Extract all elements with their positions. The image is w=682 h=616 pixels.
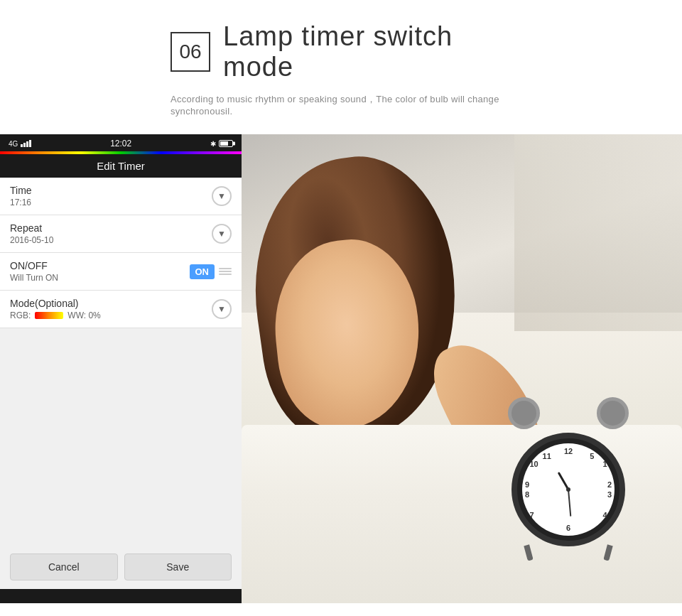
- clock-leg-right: [603, 544, 612, 561]
- repeat-label: Repeat: [10, 222, 212, 234]
- clock-leg-left: [524, 544, 533, 561]
- page-title: Lamp timer switch mode: [223, 21, 512, 82]
- clock-center: [566, 487, 570, 492]
- time-row[interactable]: Time 17:16 ▼: [0, 178, 242, 215]
- repeat-dropdown-btn[interactable]: ▼: [212, 224, 232, 244]
- clock-body: 12 1 2 3 4 6 7 8 9 10 11 5: [512, 433, 625, 546]
- clock-face: 12 1 2 3 4 6 7 8 9 10 11 5: [522, 443, 615, 536]
- battery-icon: [219, 140, 233, 147]
- step-number: 06: [170, 32, 210, 72]
- status-right: ✱: [210, 140, 233, 148]
- clock-minute-hand: [568, 490, 571, 517]
- toggle-area[interactable]: ON: [190, 264, 232, 279]
- clock-1: 1: [602, 460, 607, 468]
- bluetooth-icon: ✱: [210, 140, 216, 148]
- toggle-line-3: [219, 274, 232, 275]
- clock-2: 2: [607, 480, 612, 489]
- clock-9: 9: [525, 480, 529, 489]
- status-left: 4G: [9, 140, 31, 148]
- signal-bars: [21, 140, 31, 147]
- toggle-line-1: [219, 268, 232, 269]
- toggle-line-2: [219, 271, 232, 272]
- onoff-row[interactable]: ON/OFF Will Turn ON ON: [0, 253, 242, 291]
- mode-row[interactable]: Mode(Optional) RGB: WW: 0% ▼: [0, 291, 242, 328]
- time-label: Time: [10, 185, 212, 196]
- subtitle: According to music rhythm or speaking so…: [0, 93, 682, 134]
- bell-left: [508, 397, 540, 429]
- toggle-on-label[interactable]: ON: [190, 264, 215, 279]
- status-bar: 4G 12:02 ✱: [0, 134, 242, 151]
- rgb-label: RGB:: [10, 310, 31, 320]
- scene: 12 1 2 3 4 6 7 8 9 10 11 5: [242, 134, 682, 603]
- time-value: 17:16: [10, 198, 212, 207]
- toggle-lines: [219, 268, 232, 275]
- phone-mockup: 4G 12:02 ✱ Edit Timer: [0, 134, 242, 603]
- onoff-row-content: ON/OFF Will Turn ON: [10, 260, 190, 283]
- form-buttons: Cancel Save: [0, 545, 242, 589]
- ww-value: WW: 0%: [67, 310, 100, 320]
- signal-bar-4: [29, 140, 31, 147]
- signal-label: 4G: [9, 140, 18, 148]
- clock-4: 4: [602, 511, 607, 519]
- signal-bar-3: [26, 141, 28, 147]
- clock-11: 11: [543, 452, 551, 460]
- bell-right: [597, 397, 629, 429]
- photo-area: 12 1 2 3 4 6 7 8 9 10 11 5: [242, 134, 682, 603]
- battery-fill: [220, 141, 228, 146]
- screen-title: Edit Timer: [0, 154, 242, 178]
- clock-10: 10: [529, 460, 538, 468]
- battery-tip: [233, 142, 235, 146]
- rgb-color-bar: [35, 312, 63, 319]
- time-row-content: Time 17:16: [10, 185, 212, 207]
- repeat-row[interactable]: Repeat 2016-05-10 ▼: [0, 215, 242, 253]
- status-time: 12:02: [110, 139, 131, 148]
- clock-6: 6: [566, 524, 570, 532]
- mode-value-row: RGB: WW: 0%: [10, 310, 212, 320]
- main-content: 4G 12:02 ✱ Edit Timer: [0, 134, 682, 603]
- window-light: [514, 134, 682, 331]
- clock-5-label: 5: [590, 452, 594, 460]
- mode-dropdown-btn[interactable]: ▼: [212, 299, 232, 319]
- clock-3: 3: [607, 490, 612, 499]
- mode-label: Mode(Optional): [10, 298, 212, 309]
- clock-7: 7: [529, 511, 534, 519]
- clock-container: 12 1 2 3 4 6 7 8 9 10 11 5: [497, 397, 639, 561]
- onoff-value: Will Turn ON: [10, 273, 190, 283]
- time-dropdown-btn[interactable]: ▼: [212, 186, 232, 206]
- cancel-button[interactable]: Cancel: [10, 553, 118, 580]
- clock-12: 12: [564, 447, 573, 455]
- save-button[interactable]: Save: [124, 553, 232, 580]
- clock-8: 8: [525, 490, 529, 499]
- header: 06 Lamp timer switch mode: [0, 0, 682, 93]
- repeat-row-content: Repeat 2016-05-10: [10, 222, 212, 245]
- signal-bar-2: [23, 143, 26, 147]
- onoff-label: ON/OFF: [10, 260, 190, 271]
- phone-bottom: [0, 589, 242, 603]
- signal-bar-1: [21, 144, 23, 147]
- timer-form: Time 17:16 ▼ Repeat 2016-05-10 ▼ ON/OFF …: [0, 178, 242, 545]
- repeat-value: 2016-05-10: [10, 235, 212, 245]
- mode-row-content: Mode(Optional) RGB: WW: 0%: [10, 298, 212, 320]
